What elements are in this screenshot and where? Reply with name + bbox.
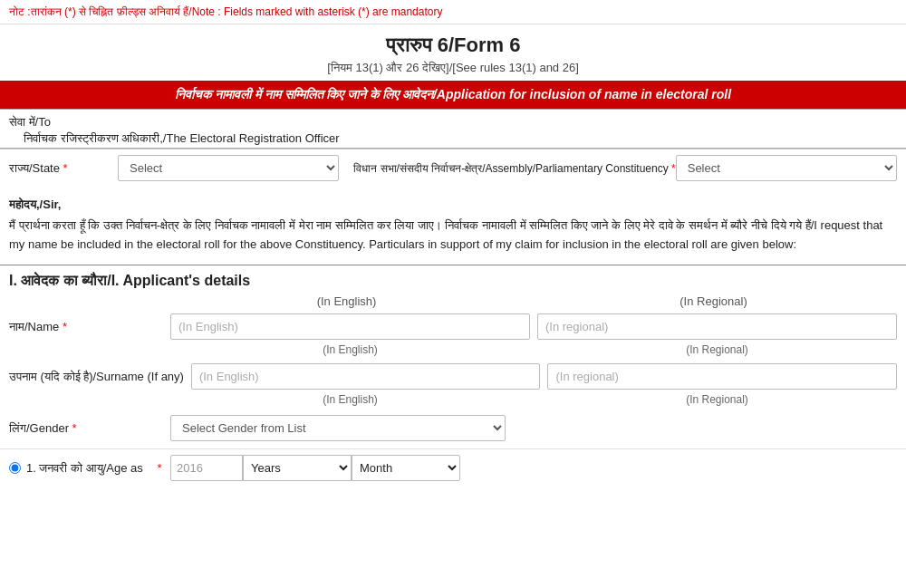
name-en-sublabel: (In English): [170, 343, 530, 356]
in-english-header: (In English): [163, 294, 530, 308]
surname-en-input[interactable]: [191, 363, 541, 390]
name-re-wrap: [537, 313, 897, 340]
age-radio[interactable]: [9, 462, 21, 474]
seva-section: सेवा में/To निर्वाचक रजिस्ट्रीकरण अधिकार…: [0, 109, 906, 149]
surname-sub-label-row: (In English) (In Regional): [0, 393, 906, 406]
in-regional-header: (In Regional): [530, 294, 897, 308]
mahoda-section: महोदय,/Sir, मैं प्रार्थना करता हूँ कि उक…: [0, 187, 906, 257]
name-en-input[interactable]: [170, 313, 530, 340]
age-row: 1. जनवरी को आयु/Age as * Years Month Jan…: [0, 448, 906, 487]
state-assembly-row: राज्य/State * Select विधान सभा/संसदीय नि…: [0, 149, 906, 187]
gender-label: लिंग/Gender *: [9, 421, 163, 436]
name-required-star: *: [63, 320, 67, 333]
age-required-star: *: [157, 461, 161, 475]
surname-label: उपनाम (यदि कोई है)/Surname (If any): [9, 370, 184, 384]
name-sub-label-row: (In English) (In Regional): [0, 343, 906, 356]
applicant-section-title: I. आवेदक का ब्यौरा/I. Applicant's detail…: [0, 265, 906, 294]
age-years-select[interactable]: Years: [243, 455, 352, 481]
form-subtitle: [नियम 13(1) और 26 देखिए]/[See rules 13(1…: [0, 61, 906, 81]
state-select-wrap: Select: [118, 155, 339, 181]
seva-to-label: सेवा में/To: [9, 115, 897, 130]
age-month-select[interactable]: Month January February March April May J…: [352, 455, 460, 481]
sir-text: महोदय,/Sir,: [9, 196, 897, 215]
gender-required-star: *: [72, 421, 77, 435]
surname-en-wrap: [191, 363, 541, 390]
assembly-select[interactable]: Select: [676, 155, 897, 181]
officer-text: निर्वाचक रजिस्ट्रीकरण अधिकारी,/The Elect…: [24, 131, 897, 146]
name-row: नाम/Name *: [0, 310, 906, 343]
name-re-input[interactable]: [537, 313, 897, 340]
name-re-sublabel: (In Regional): [537, 343, 897, 356]
form-title: प्रारुप 6/Form 6: [0, 24, 906, 61]
notice-bar: नोट :तारांकन (*) से चिह्नित फ़ील्ड्स अनि…: [0, 0, 906, 24]
notice-text: नोट :तारांकन (*) से चिह्नित फ़ील्ड्स अनि…: [9, 5, 442, 18]
state-select[interactable]: Select: [118, 155, 339, 181]
surname-row: उपनाम (यदि कोई है)/Surname (If any): [0, 360, 906, 393]
age-inputs: Years Month January February March April…: [170, 455, 460, 481]
assembly-label: विधान सभा/संसदीय निर्वाचन-क्षेत्र/Assemb…: [339, 162, 675, 175]
assembly-select-wrap: Select: [676, 155, 897, 181]
age-year-input[interactable]: [170, 455, 243, 481]
gender-select[interactable]: Select Gender from List Male Female Othe…: [170, 415, 506, 441]
mahoda-body: मैं प्रार्थना करता हूँ कि उक्त निर्वाचन-…: [9, 217, 897, 255]
name-label: नाम/Name *: [9, 320, 163, 334]
gender-row: लिंग/Gender * Select Gender from List Ma…: [0, 411, 906, 445]
surname-re-wrap: [547, 363, 897, 390]
state-label: राज्य/State *: [9, 161, 118, 176]
fields-header: (In English) (In Regional): [0, 294, 906, 308]
state-required-star: *: [63, 161, 68, 175]
gender-select-wrap: Select Gender from List Male Female Othe…: [170, 415, 506, 441]
age-radio-label: 1. जनवरी को आयु/Age as *: [9, 461, 163, 476]
surname-re-sublabel: (In Regional): [537, 393, 897, 406]
form-heading: निर्वाचक नामावली में नाम सम्मिलित किए जा…: [0, 81, 906, 109]
name-en-wrap: [170, 313, 530, 340]
surname-en-sublabel: (In English): [170, 393, 530, 406]
surname-re-input[interactable]: [547, 363, 897, 390]
